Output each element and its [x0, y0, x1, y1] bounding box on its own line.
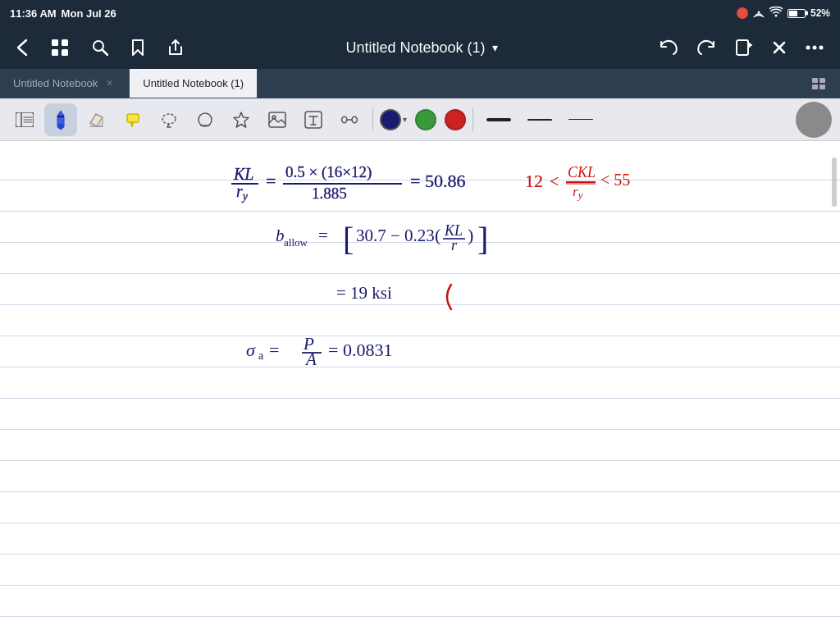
svg-text:= 19  ksi: = 19 ksi	[336, 283, 392, 303]
svg-rect-15	[819, 78, 825, 83]
color-dot-dark-blue	[380, 109, 401, 130]
svg-text:< 55: < 55	[600, 171, 630, 189]
line-thick-button[interactable]	[480, 115, 518, 125]
pen-tool-button[interactable]	[44, 103, 77, 136]
image-tool-button[interactable]	[261, 103, 294, 136]
svg-text:=: =	[269, 340, 279, 360]
line-thin-preview	[568, 119, 593, 120]
svg-text:0.5 × (16×12): 0.5 × (16×12)	[285, 163, 372, 181]
notebook-area: KL ry = 0.5 × (16×12) 1.885 = 50.86 12 <…	[0, 141, 840, 630]
handwriting-content: KL ry = 0.5 × (16×12) 1.885 = 50.86 12 <…	[0, 141, 840, 630]
tab-label-1: Untitled Notebook	[13, 77, 98, 89]
svg-text:A: A	[304, 349, 317, 369]
signal-dot	[753, 7, 765, 20]
svg-text:ry: ry	[573, 184, 583, 201]
lined-paper[interactable]: KL ry = 0.5 × (16×12) 1.885 = 50.86 12 <…	[0, 141, 840, 630]
svg-rect-8	[737, 40, 748, 55]
svg-point-11	[806, 46, 810, 50]
svg-text:ry: ry	[236, 182, 249, 203]
svg-text:KL: KL	[233, 165, 253, 183]
redo-button[interactable]	[694, 36, 719, 59]
toolbar: ▾	[0, 98, 840, 141]
svg-point-0	[757, 11, 760, 13]
title-chevron[interactable]: ▾	[492, 41, 498, 54]
toolbar-separator-1	[372, 108, 373, 131]
status-bar: 11:36 AM Mon Jul 26	[0, 0, 840, 26]
tab-grid-button[interactable]	[806, 69, 833, 98]
svg-rect-23	[57, 116, 64, 117]
date-display: Mon Jul 26	[62, 7, 116, 20]
svg-text:r: r	[451, 237, 458, 253]
svg-text:CKL: CKL	[568, 164, 596, 180]
svg-line-7	[103, 50, 107, 55]
share-button[interactable]	[164, 35, 187, 60]
undo-button[interactable]	[656, 36, 681, 59]
svg-text:=: =	[266, 171, 276, 191]
title-bar: Untitled Notebook (1) ▾	[0, 26, 840, 69]
svg-text:a: a	[258, 349, 264, 362]
search-button[interactable]	[89, 36, 112, 59]
battery-indicator	[788, 9, 806, 18]
tab-close-1[interactable]: ✕	[103, 77, 116, 90]
svg-point-13	[819, 46, 824, 50]
color-dot-red[interactable]	[445, 109, 466, 130]
line-medium-preview	[527, 119, 552, 121]
close-button[interactable]	[769, 38, 789, 57]
tab-label-2: Untitled Notebook (1)	[143, 77, 244, 89]
svg-text:[: [	[343, 221, 354, 258]
svg-rect-14	[812, 78, 818, 83]
svg-rect-17	[819, 84, 825, 89]
svg-text:σ: σ	[246, 340, 256, 360]
shape-tool-button[interactable]	[189, 103, 221, 136]
more-options-button[interactable]	[802, 42, 827, 53]
line-thick-preview	[486, 118, 511, 121]
svg-text:1.885: 1.885	[312, 185, 347, 202]
toolbar-separator-2	[472, 108, 473, 131]
grid-view-button[interactable]	[48, 35, 72, 60]
svg-text:= 50.86: = 50.86	[410, 171, 465, 191]
time-display: 11:36 AM	[10, 7, 57, 20]
tab-untitled-notebook[interactable]: Untitled Notebook ✕	[0, 69, 130, 98]
svg-text:<: <	[550, 172, 559, 190]
highlighter-tool-button[interactable]	[116, 103, 149, 136]
star-tool-button[interactable]	[225, 103, 258, 136]
svg-text:=: =	[318, 226, 328, 245]
svg-point-12	[813, 46, 817, 50]
svg-text:): )	[468, 225, 473, 245]
svg-rect-25	[127, 114, 139, 122]
eraser-tool-button[interactable]	[80, 103, 113, 136]
color-dot-green[interactable]	[415, 109, 436, 130]
svg-text:(: (	[435, 225, 441, 245]
svg-text:b: b	[276, 226, 285, 245]
lasso-tool-button[interactable]	[153, 103, 185, 136]
tab-untitled-notebook-1[interactable]: Untitled Notebook (1)	[130, 69, 258, 98]
svg-rect-3	[62, 39, 68, 46]
svg-text:]: ]	[477, 221, 488, 258]
tab-bar: Untitled Notebook ✕ Untitled Notebook (1…	[0, 69, 840, 98]
color-picker-dark-blue[interactable]: ▾	[380, 109, 407, 130]
text-tool-button[interactable]	[297, 103, 330, 136]
svg-text:= 0.0831: = 0.0831	[328, 340, 392, 360]
user-avatar-button[interactable]	[796, 102, 832, 138]
svg-rect-2	[52, 39, 58, 46]
link-tool-button[interactable]	[333, 103, 366, 136]
line-medium-button[interactable]	[521, 116, 559, 124]
svg-text:30.7 − 0.23: 30.7 − 0.23	[356, 226, 435, 245]
bookmark-button[interactable]	[128, 35, 148, 60]
add-page-button[interactable]	[732, 35, 756, 60]
svg-rect-16	[812, 84, 818, 89]
color-dropdown-arrow: ▾	[403, 115, 407, 124]
svg-point-26	[162, 114, 176, 124]
svg-text:12: 12	[525, 171, 543, 191]
recording-indicator	[737, 7, 748, 19]
line-thin-button[interactable]	[562, 116, 600, 123]
back-button[interactable]	[13, 35, 31, 60]
wifi-icon	[769, 7, 783, 20]
svg-rect-5	[62, 49, 68, 56]
svg-point-1	[774, 15, 777, 17]
battery-percent: 52%	[810, 7, 830, 19]
svg-text:KL: KL	[444, 222, 463, 239]
svg-rect-4	[52, 49, 58, 56]
svg-text:allow: allow	[284, 236, 308, 249]
sidebar-toggle-button[interactable]	[8, 103, 41, 136]
